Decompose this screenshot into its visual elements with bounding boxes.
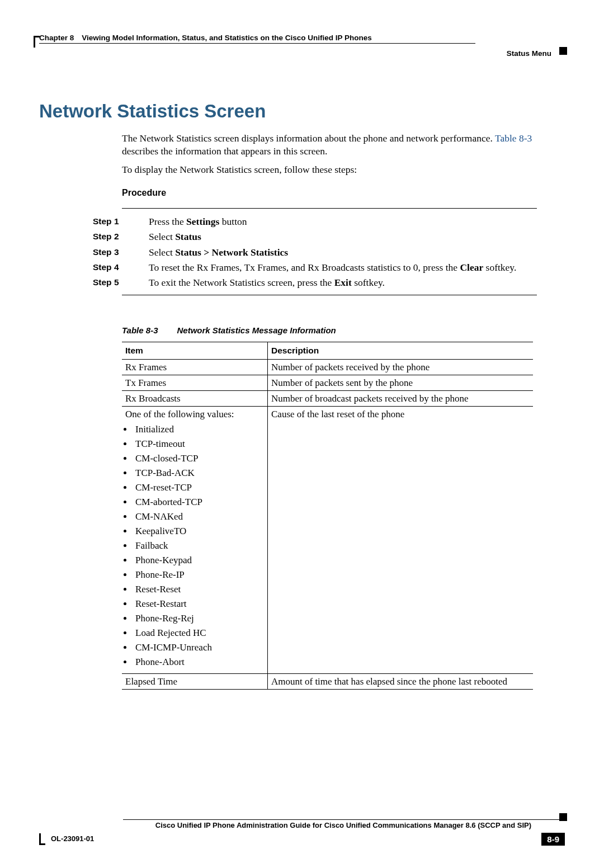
list-item: Load Rejected HC bbox=[133, 626, 264, 640]
table-row: One of the following values:InitializedT… bbox=[122, 406, 533, 673]
page-footer: Cisco Unified IP Phone Administration Gu… bbox=[39, 819, 565, 846]
list-item: TCP-timeout bbox=[133, 437, 264, 451]
corner-square-top-right bbox=[559, 47, 567, 55]
list-item: CM-aborted-TCP bbox=[133, 495, 264, 510]
step-text: Select Status > Network Statistics bbox=[149, 245, 537, 260]
intro-paragraph-1: The Network Statistics screen displays i… bbox=[122, 132, 537, 158]
table-row: Rx BroadcastsNumber of broadcast packets… bbox=[122, 390, 533, 406]
intro-paragraph-2: To display the Network Statistics screen… bbox=[122, 163, 537, 176]
step-label: Step 1 bbox=[93, 214, 149, 229]
list-item: Reset-Restart bbox=[133, 597, 264, 611]
procedure-step: Step 3Select Status > Network Statistics bbox=[93, 245, 537, 260]
procedure-step: Step 5To exit the Network Statistics scr… bbox=[93, 275, 537, 290]
table-cell-item: Rx Broadcasts bbox=[122, 390, 268, 406]
chapter-header: Chapter 8Viewing Model Information, Stat… bbox=[39, 34, 475, 44]
page-number: 8-9 bbox=[541, 833, 565, 846]
list-item: CM-closed-TCP bbox=[133, 451, 264, 466]
step-text: Select Status bbox=[149, 229, 537, 244]
corner-mark-top-left bbox=[34, 36, 40, 48]
table-header-description: Description bbox=[268, 342, 534, 359]
chapter-number: Chapter 8 bbox=[39, 34, 74, 42]
list-item: Reset-Reset bbox=[133, 582, 264, 597]
procedure-step: Step 2Select Status bbox=[93, 229, 537, 244]
list-item: Phone-Abort bbox=[133, 655, 264, 669]
footer-rule bbox=[123, 819, 565, 820]
corner-mark-bottom-left bbox=[39, 833, 45, 845]
list-item: Failback bbox=[133, 539, 264, 553]
table-header-item: Item bbox=[122, 342, 268, 359]
list-item: CM-NAKed bbox=[133, 510, 264, 524]
table-cell-description: Amount of time that has elapsed since th… bbox=[268, 673, 534, 689]
list-item: CM-ICMP-Unreach bbox=[133, 640, 264, 655]
chapter-title: Viewing Model Information, Status, and S… bbox=[82, 34, 372, 42]
steps-rule-bottom bbox=[122, 295, 537, 295]
network-statistics-table: Item Description Rx FramesNumber of pack… bbox=[122, 342, 533, 690]
step-label: Step 3 bbox=[93, 245, 149, 260]
steps-rule-top bbox=[122, 208, 537, 209]
page-title: Network Statistics Screen bbox=[39, 101, 565, 122]
step-text: Press the Settings button bbox=[149, 214, 537, 229]
list-item: KeepaliveTO bbox=[133, 524, 264, 539]
reset-values-list: InitializedTCP-timeoutCM-closed-TCPTCP-B… bbox=[133, 422, 264, 669]
table-cell-description: Cause of the last reset of the phone bbox=[268, 406, 534, 673]
step-label: Step 4 bbox=[93, 260, 149, 275]
table-ref-link[interactable]: Table 8-3 bbox=[495, 133, 532, 144]
step-label: Step 2 bbox=[93, 229, 149, 244]
procedure-step: Step 4To reset the Rx Frames, Tx Frames,… bbox=[93, 260, 537, 275]
table-row: Tx FramesNumber of packets sent by the p… bbox=[122, 375, 533, 390]
table-cell-item: Elapsed Time bbox=[122, 673, 268, 689]
table-cell-item: One of the following values:InitializedT… bbox=[122, 406, 268, 673]
footer-guide-title: Cisco Unified IP Phone Administration Gu… bbox=[39, 821, 531, 829]
section-label: Status Menu bbox=[507, 49, 551, 58]
step-label: Step 5 bbox=[93, 275, 149, 290]
table-cell-description: Number of broadcast packets received by … bbox=[268, 390, 534, 406]
intro-text-a: The Network Statistics screen displays i… bbox=[122, 133, 495, 144]
step-text: To exit the Network Statistics screen, p… bbox=[149, 275, 537, 290]
list-item: CM-reset-TCP bbox=[133, 480, 264, 495]
corner-square-bottom-right bbox=[559, 813, 567, 821]
table-cell-description: Number of packets received by the phone bbox=[268, 359, 534, 375]
table-cell-description: Number of packets sent by the phone bbox=[268, 375, 534, 390]
list-item: Phone-Reg-Rej bbox=[133, 611, 264, 626]
table-cell-item: Tx Frames bbox=[122, 375, 268, 390]
procedure-step: Step 1Press the Settings button bbox=[93, 214, 537, 229]
table-title: Network Statistics Message Information bbox=[177, 326, 336, 335]
table-row: Rx FramesNumber of packets received by t… bbox=[122, 359, 533, 375]
step-text: To reset the Rx Frames, Tx Frames, and R… bbox=[149, 260, 537, 275]
intro-text-b: describes the information that appears i… bbox=[122, 145, 327, 157]
list-item: Phone-Re-IP bbox=[133, 568, 264, 582]
list-item: Phone-Keypad bbox=[133, 553, 264, 568]
list-item: TCP-Bad-ACK bbox=[133, 466, 264, 480]
document-id: OL-23091-01 bbox=[51, 834, 94, 843]
table-caption: Table 8-3Network Statistics Message Info… bbox=[122, 326, 565, 335]
table-row: Elapsed TimeAmount of time that has elap… bbox=[122, 673, 533, 689]
table-number: Table 8-3 bbox=[122, 326, 158, 335]
table-cell-item: Rx Frames bbox=[122, 359, 268, 375]
procedure-heading: Procedure bbox=[122, 188, 565, 198]
list-item: Initialized bbox=[133, 422, 264, 437]
